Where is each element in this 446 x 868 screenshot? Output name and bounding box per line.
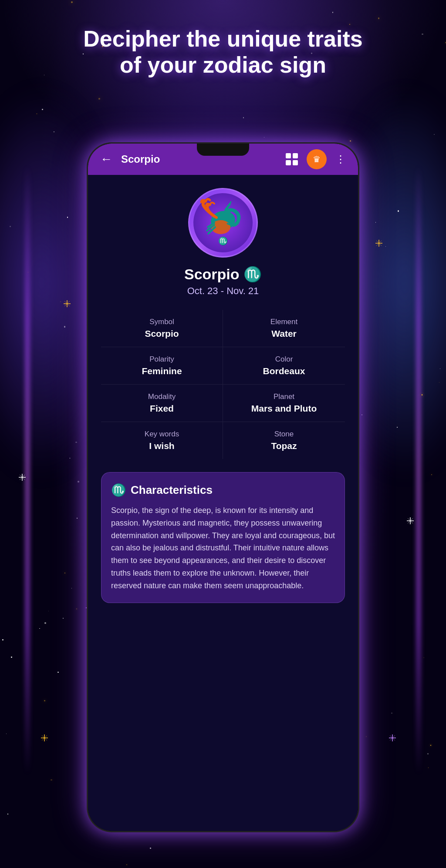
trait-modality-value: Fixed: [150, 403, 174, 414]
grid-cell-4: [293, 160, 298, 165]
trait-symbol: Symbol Scorpio: [101, 310, 223, 347]
trait-stone-value: Topaz: [271, 441, 297, 451]
page-title: Scorpio: [121, 153, 277, 165]
trait-element: Element Water: [223, 310, 345, 347]
trait-stone-label: Stone: [274, 430, 294, 439]
svg-line-14: [408, 518, 413, 523]
trait-planet-label: Planet: [274, 392, 294, 401]
phone-notch: [197, 144, 249, 156]
char-symbol-icon: ♏: [111, 483, 126, 497]
zodiac-image: ♏: [188, 188, 258, 258]
trait-modality-label: Modality: [148, 392, 176, 401]
trait-color-label: Color: [275, 355, 293, 364]
svg-line-30: [390, 735, 395, 741]
phone-screen: ← Scorpio ♛ ⋮: [88, 144, 358, 831]
trait-keywords-label: Key words: [145, 430, 179, 439]
characteristics-card: ♏ Characteristics Scorpio, the sign of t…: [101, 472, 345, 603]
neon-border-left: [26, 165, 29, 774]
trait-stone: Stone Topaz: [223, 422, 345, 459]
trait-keywords: Key words I wish: [101, 422, 223, 459]
menu-button[interactable]: ⋮: [332, 151, 349, 167]
trait-modality: Modality Fixed: [101, 385, 223, 422]
trait-polarity: Polarity Feminine: [101, 347, 223, 385]
trait-symbol-label: Symbol: [149, 318, 174, 326]
grid-cell-1: [286, 153, 291, 158]
trait-keywords-value: I wish: [149, 441, 174, 451]
grid-cell-3: [286, 160, 291, 165]
phone-frame: ← Scorpio ♛ ⋮: [88, 144, 358, 831]
trait-color-value: Bordeaux: [263, 366, 305, 376]
char-title: Characteristics: [131, 483, 213, 497]
back-button[interactable]: ←: [97, 151, 116, 168]
sign-dates: Oct. 23 - Nov. 21: [187, 285, 259, 297]
svg-line-15: [408, 518, 413, 523]
svg-line-26: [42, 735, 47, 741]
trait-color: Color Bordeaux: [223, 347, 345, 385]
main-content: ♏ Scorpio ♏ Oct. 23 - Nov. 21 Symbol Sco…: [88, 175, 358, 616]
trait-planet-value: Mars and Pluto: [251, 403, 317, 414]
trait-symbol-value: Scorpio: [145, 328, 179, 339]
heading-line1: Decipher the unique traits: [83, 26, 362, 51]
svg-line-31: [390, 735, 395, 741]
grid-cell-2: [293, 153, 298, 158]
scorpio-illustration: ♏: [193, 192, 253, 253]
char-description: Scorpio, the sign of the deep, is known …: [111, 504, 335, 592]
traits-grid: Symbol Scorpio Element Water Polarity Fe…: [101, 310, 345, 459]
trait-planet: Planet Mars and Pluto: [223, 385, 345, 422]
page-heading: Decipher the unique traits of your zodia…: [0, 26, 446, 78]
char-header: ♏ Characteristics: [111, 483, 335, 497]
trait-element-label: Element: [270, 318, 297, 326]
sign-name: Scorpio ♏: [184, 265, 262, 283]
neon-border-right: [417, 165, 420, 774]
svg-text:♏: ♏: [218, 236, 228, 246]
premium-button[interactable]: ♛: [307, 149, 327, 169]
heading-line2: of your zodiac sign: [120, 52, 326, 77]
trait-polarity-value: Feminine: [142, 366, 182, 376]
trait-polarity-label: Polarity: [149, 355, 174, 364]
grid-view-button[interactable]: [282, 150, 301, 169]
trait-element-value: Water: [271, 328, 297, 339]
svg-line-27: [42, 735, 47, 741]
crown-icon: ♛: [313, 154, 321, 164]
